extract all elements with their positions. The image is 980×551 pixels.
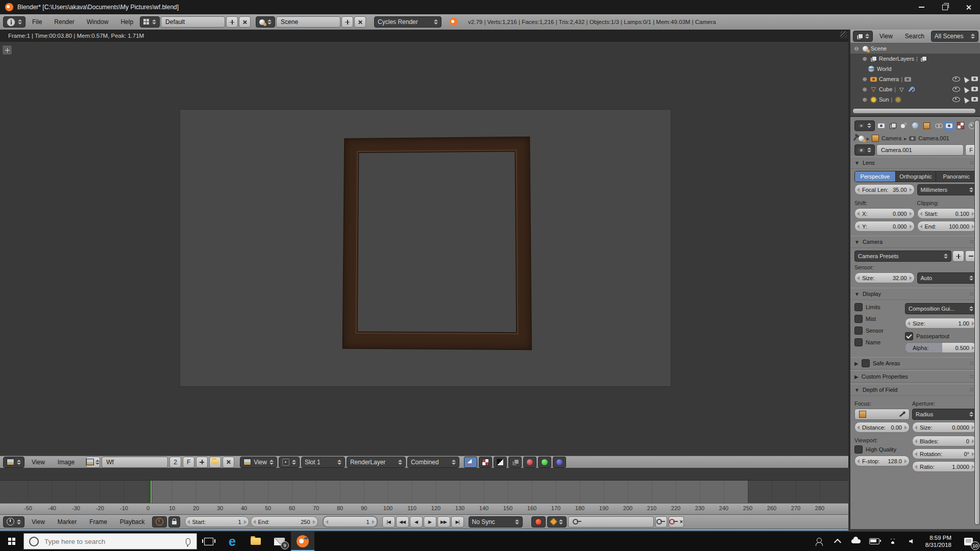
scene-name-field[interactable]: Scene [276,16,340,28]
editor-type-button-image[interactable] [3,457,24,468]
panel-header-camera[interactable]: ▼ Camera [850,236,980,248]
timeline-menu-view[interactable]: View [26,518,51,525]
add-scene-button[interactable] [341,16,353,28]
menu-file[interactable]: File [27,18,47,26]
lens-perspective-button[interactable]: Perspective [855,171,896,182]
timeline-band[interactable] [0,480,848,504]
taskbar-clock[interactable]: 8:59 PM 8/31/2018 [920,534,957,548]
checkbox[interactable] [854,338,863,346]
tab-render-layers[interactable] [888,121,897,131]
lock-time-cursor-button[interactable] [168,516,180,528]
menu-help[interactable]: Help [115,18,139,26]
screen-layout-icon-button[interactable] [140,16,160,28]
image-menu-view[interactable]: View [26,459,51,466]
frame-start-field[interactable]: Start: 1 [185,516,249,527]
fake-user-button[interactable]: F [183,457,194,468]
tab-object[interactable] [922,121,932,131]
channel-blue-button[interactable] [553,457,566,468]
sensor-fit-dropdown[interactable]: Auto [917,272,977,284]
open-image-button[interactable] [209,457,221,468]
focus-distance-field[interactable]: Distance: 0.00 [854,422,910,433]
outliner-item-camera[interactable]: ⊕ Camera | [850,74,980,84]
sensor-checkbox-row[interactable]: Sensor [854,327,902,335]
new-image-button[interactable] [196,457,208,468]
render-engine-dropdown[interactable]: Cycles Render [374,16,442,28]
panel-header-safe-areas[interactable]: ▶ Safe Areas [850,357,980,369]
draw-rgba-button[interactable] [464,457,477,468]
tab-scene[interactable] [899,121,909,131]
editor-type-button-info[interactable] [3,16,26,28]
keying-set-dropdown[interactable] [547,516,567,528]
properties-vertical-scrollbar[interactable] [974,120,980,525]
panel-header-lens[interactable]: ▼ Lens [850,157,980,169]
breadcrumb-object[interactable]: Camera [881,135,901,141]
render-slot-dropdown[interactable]: Slot 1 [301,457,345,468]
collapse-icon[interactable]: ⊖ [853,45,860,52]
people-button[interactable] [810,532,828,551]
high-quality-checkbox-row[interactable]: High Quality [854,445,910,454]
checkbox[interactable] [854,315,863,323]
current-frame-field[interactable]: 1 [323,516,378,528]
battery-button[interactable] [865,532,884,551]
search-input[interactable] [43,537,181,546]
timeline-menu-playback[interactable]: Playback [114,518,151,525]
outliner-menu-search[interactable]: Search [899,33,930,40]
screen-layout-name-field[interactable]: Default [161,16,225,28]
jump-to-end-button[interactable]: ▶| [451,516,464,528]
visibility-toggle[interactable] [952,87,960,92]
network-button[interactable] [884,532,902,551]
microphone-icon[interactable] [186,538,190,545]
render-layer-dropdown[interactable]: RenderLayer [347,457,406,468]
editor-type-button-timeline[interactable] [3,516,24,528]
jump-to-start-button[interactable]: |◀ [382,516,395,528]
use-preview-range-button[interactable] [152,516,167,528]
outliner-item-scene[interactable]: ⊖ Scene [850,43,980,54]
checkbox-checked[interactable] [905,332,913,340]
render-pass-dropdown[interactable]: Combined [407,457,459,468]
checkbox[interactable] [854,303,863,311]
auto-keyframe-button[interactable] [531,516,546,528]
outliner-item-cube[interactable]: ⊕ ▽ Cube | ▽ [850,84,980,94]
outliner-menu-view[interactable]: View [874,33,898,40]
panel-header-display[interactable]: ▼ Display [850,288,980,300]
add-preset-button[interactable] [952,251,964,262]
timeline-ruler[interactable]: -50-40-30-20-100102030405060708090100110… [0,503,848,515]
menu-window[interactable]: Window [81,18,114,26]
draw-size-field[interactable]: Size: 1.00 [905,318,977,329]
area-corner-widget[interactable] [840,31,847,38]
mist-checkbox-row[interactable]: Mist [854,315,902,323]
draw-alpha-button[interactable] [479,457,492,468]
expand-icon[interactable]: ⊕ [862,76,868,83]
sync-mode-dropdown[interactable]: No Sync [469,516,523,528]
tab-render[interactable] [876,121,886,131]
editor-type-button-properties[interactable] [854,120,875,131]
outliner-horizontal-scrollbar[interactable] [852,108,976,114]
previous-keyframe-button[interactable]: ◀◀ [396,516,409,528]
next-keyframe-button[interactable]: ▶▶ [437,516,450,528]
renderability-toggle[interactable] [971,77,978,81]
passepartout-checkbox-row[interactable]: Passepartout [905,332,977,340]
taskbar-search-box[interactable] [23,533,197,549]
clip-end-field[interactable]: End: 100.000 [917,221,977,232]
maximize-button[interactable] [933,0,957,14]
visibility-toggle[interactable] [952,77,960,82]
focal-length-field[interactable]: Focal Len: 35.00 [854,184,915,195]
editor-type-button-outliner[interactable] [853,31,873,42]
outliner-display-mode-dropdown[interactable]: All Scenes [931,31,978,42]
add-layout-button[interactable] [226,16,238,28]
volume-button[interactable] [902,532,920,551]
lens-unit-dropdown[interactable]: Millimeters [917,184,977,195]
frame-end-field[interactable]: End: 250 [251,516,318,527]
expand-icon[interactable]: ⊕ [862,56,868,62]
fstop-field[interactable]: F-stop: 128.0 [854,456,910,466]
blender-taskbar-button[interactable] [291,532,314,551]
shift-y-field[interactable]: Y: 0.000 [854,221,915,232]
current-frame-playhead[interactable] [151,481,152,504]
menu-render[interactable]: Render [48,18,80,26]
open-toolbar-button[interactable] [2,45,12,55]
aperture-type-dropdown[interactable]: Radius [912,409,977,420]
eyedropper-icon[interactable] [899,412,905,417]
tab-texture[interactable] [956,121,966,131]
selectability-toggle[interactable] [962,86,970,93]
selectability-toggle[interactable] [962,76,970,83]
